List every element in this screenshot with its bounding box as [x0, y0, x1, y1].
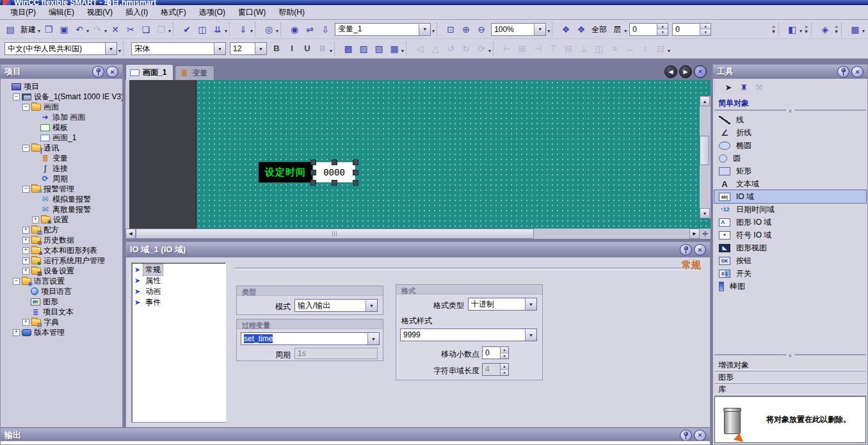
fill-color-icon[interactable]: ◧ [785, 22, 800, 36]
tree-item[interactable]: 图形 [2, 296, 122, 307]
select-cursor-icon[interactable]: ➤ [721, 81, 735, 95]
find-icon[interactable]: ◎ [262, 22, 276, 36]
align-middle-icon[interactable]: ⊟ [561, 42, 575, 56]
replace-icon[interactable]: ⇌ [303, 22, 317, 36]
tool-item-按钮[interactable]: OK按钮 [714, 254, 866, 267]
tree-item[interactable]: +◍历史数据 [2, 235, 122, 245]
spin-down-icon[interactable] [501, 353, 508, 359]
tool-item-椭圆[interactable]: 椭圆 [714, 139, 866, 152]
expand-icon[interactable]: + [22, 257, 29, 264]
tree-item[interactable]: −◉语言设置 [2, 276, 122, 286]
spin-up-icon[interactable] [700, 24, 711, 30]
rotate-right-icon[interactable]: ↻ [459, 42, 473, 56]
bring-to-front-icon[interactable]: ▩ [341, 42, 355, 56]
tool-item-文本域[interactable]: A文本域 [714, 177, 866, 190]
zoom-level-combo[interactable]: 100% [491, 23, 546, 36]
close-icon[interactable] [694, 244, 706, 255]
expand-icon[interactable]: + [22, 319, 29, 326]
tool-item-矩形[interactable]: 矩形 [714, 165, 866, 177]
menu-item-5[interactable]: 格式(F) [154, 6, 192, 19]
selection-handle[interactable] [332, 180, 337, 186]
paste-icon[interactable]: ❐ [154, 22, 168, 36]
help-book-icon[interactable]: ◈ [818, 22, 832, 36]
tool-item-图形视图[interactable]: ◣图形视图 [714, 241, 866, 254]
expand-icon[interactable]: + [32, 216, 39, 223]
scroll-right-icon[interactable]: ▶ [689, 229, 700, 239]
tool-item-IO 域[interactable]: ab|IO 域 [714, 190, 866, 203]
toolbar-options-caret-icon[interactable]: ▾ [547, 28, 550, 34]
tree-item[interactable]: ➜添加 画面 [2, 112, 122, 122]
selection-handle[interactable] [310, 180, 316, 186]
menu-item-3[interactable]: 视图(V) [81, 6, 119, 19]
new-object-icon[interactable]: ▤ [3, 22, 17, 36]
undo-icon[interactable]: ↶ [72, 22, 86, 36]
rotate-180-icon[interactable]: ⟳ [474, 42, 488, 56]
tree-item[interactable]: ≣变量 [2, 153, 122, 163]
font-size-combo-arrow-icon[interactable] [255, 43, 266, 54]
toolbar-options-caret-icon[interactable]: ▾ [118, 48, 121, 54]
spin-down-icon[interactable] [700, 29, 711, 35]
align-top-icon[interactable]: ⊤ [546, 42, 560, 56]
layer-forward-icon[interactable]: ❖ [559, 22, 573, 36]
pin-icon[interactable] [680, 430, 692, 441]
tool-section-库[interactable]: 库 [714, 384, 866, 396]
tool-item-圆[interactable]: 圆 [714, 152, 866, 165]
pin-icon[interactable] [680, 244, 692, 255]
forward-icon[interactable]: ▶ [679, 65, 692, 78]
underline-button[interactable]: U [300, 42, 314, 56]
transfer-icon[interactable]: ⇊ [211, 22, 225, 36]
menu-item-1[interactable]: 项目(P) [4, 6, 42, 19]
toolbar-overflow-icon[interactable]: »▾ [772, 25, 775, 34]
menu-item-2[interactable]: 编辑(E) [42, 6, 81, 19]
selection-handle[interactable] [310, 159, 316, 165]
chevron-down-icon[interactable] [525, 298, 536, 310]
horizontal-scrollbar[interactable]: ◀ ▶ [125, 229, 700, 239]
tree-item[interactable]: +☻运行系统用户管理 [2, 255, 122, 266]
chevron-down-icon[interactable] [525, 329, 536, 341]
distribute-horizontal-icon[interactable]: ◫ [592, 42, 606, 56]
tree-item[interactable]: 项目 [2, 81, 122, 92]
same-size-icon[interactable]: ⊡ [654, 42, 668, 56]
find-icon-caret-icon[interactable]: ▾ [276, 28, 278, 34]
pan-icon[interactable]: ✛ [700, 229, 711, 239]
layer-x-spinner[interactable]: 0 [629, 23, 668, 36]
zoom-in-icon[interactable]: ⊕ [459, 22, 473, 36]
menu-item-6[interactable]: 选项(O) [193, 6, 232, 19]
pin-icon[interactable] [837, 66, 849, 77]
align-center-icon[interactable]: ⊞ [515, 42, 529, 56]
close-icon[interactable] [106, 66, 118, 77]
vertical-scrollbar[interactable]: ▲ ▼ [700, 96, 711, 218]
redo-icon[interactable]: ↷ [90, 22, 104, 36]
same-width-icon[interactable]: ↔ [623, 42, 637, 56]
align-right-icon[interactable]: ⊣ [531, 42, 545, 56]
delete-icon[interactable]: ✕ [108, 22, 122, 36]
toolbar-options-caret-icon[interactable]: ▾ [488, 48, 491, 54]
redo-icon-caret-icon[interactable]: ▾ [104, 28, 107, 34]
flip-vertical-icon[interactable]: △ [428, 42, 442, 56]
save-icon[interactable]: ▣ [57, 22, 71, 36]
language-combo-arrow-icon[interactable] [105, 43, 117, 54]
tab-变量[interactable]: ≣变量 [175, 65, 214, 80]
send-to-back-icon[interactable]: ▨ [357, 42, 371, 56]
screen-work-area[interactable]: 设定时间 0000 [197, 80, 711, 229]
tree-item[interactable]: −画面 [2, 102, 122, 112]
chevron-down-icon[interactable] [366, 300, 377, 311]
find-down-icon[interactable]: ⇩ [318, 22, 332, 36]
check-consistency-icon[interactable]: ✔ [180, 22, 194, 36]
distribute-vertical-icon[interactable]: ≡ [607, 42, 622, 56]
tree-item[interactable]: −ʃ通讯 [2, 143, 122, 153]
layer-backward-icon[interactable]: ❖ [574, 22, 588, 36]
layer-y-spinner[interactable]: 0 [672, 23, 711, 36]
font-size-combo[interactable]: 12 [230, 42, 267, 55]
copy-icon[interactable]: ❏ [139, 22, 153, 36]
collapse-icon[interactable]: − [22, 104, 29, 111]
find-next-icon[interactable]: ◉ [287, 22, 301, 36]
collapse-icon[interactable]: − [13, 93, 20, 101]
scroll-down-icon[interactable]: ▼ [700, 208, 710, 218]
expand-icon[interactable]: + [22, 227, 29, 234]
tree-item[interactable]: −设备_1(Smart 1000 IE V3) [2, 92, 122, 102]
paste-icon-caret-icon[interactable]: ▾ [168, 28, 171, 34]
strikethrough-button[interactable]: B [316, 42, 330, 56]
tree-item[interactable]: −✉报警管理 [2, 184, 122, 194]
pin-icon[interactable] [92, 66, 104, 77]
